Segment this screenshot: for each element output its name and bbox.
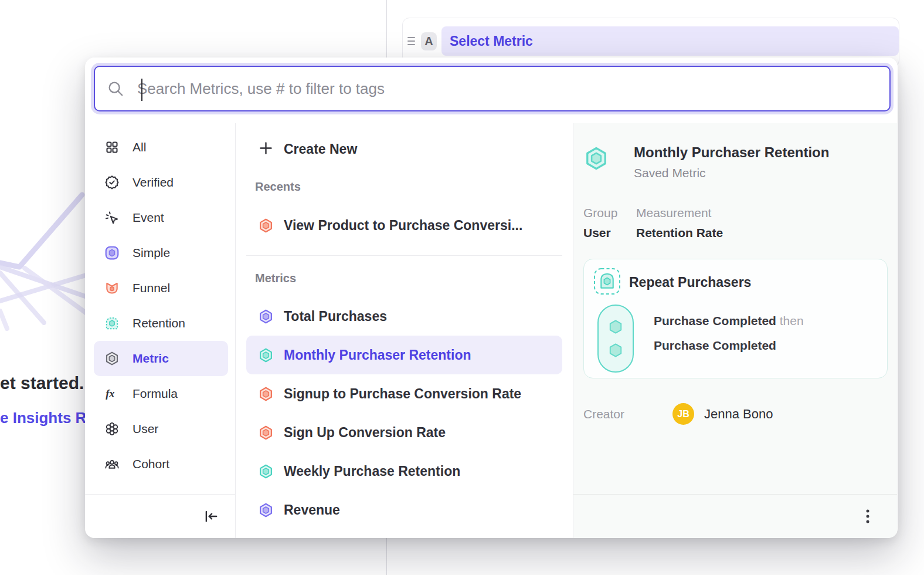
sidebar-item-retention[interactable]: Retention: [94, 306, 228, 341]
filter-sidebar: All Verified: [85, 123, 236, 538]
detail-subtitle: Saved Metric: [634, 166, 829, 180]
retention-arch-icon: [104, 316, 120, 331]
metric-item-weekly-purchase-retention[interactable]: Weekly Purchase Retention: [246, 452, 562, 491]
search-icon: [107, 80, 124, 97]
metric-picker-modal: All Verified: [85, 58, 898, 538]
group-value: User: [583, 226, 636, 240]
sidebar-item-label: Retention: [133, 316, 185, 330]
group-label: Group: [583, 206, 636, 220]
sidebar-item-event[interactable]: Event: [94, 200, 228, 235]
svg-text:fx: fx: [106, 388, 114, 400]
sidebar-item-simple[interactable]: Simple: [94, 235, 228, 270]
section-divider: [246, 255, 562, 256]
metric-item-label: Signup to Purchase Conversion Rate: [284, 386, 521, 402]
sidebar-item-user[interactable]: User: [94, 411, 228, 447]
sidebar-item-verified[interactable]: Verified: [94, 165, 228, 200]
metric-item-label: View Product to Purchase Conversi...: [284, 218, 522, 234]
search-input[interactable]: [137, 80, 878, 98]
sidebar-item-formula[interactable]: fx Formula: [94, 376, 228, 411]
coral-hexagon-icon: [258, 386, 274, 402]
teal-hexagon-icon: [258, 464, 274, 479]
measurement-label: Measurement: [636, 206, 888, 220]
sidebar-item-all[interactable]: All: [94, 130, 228, 165]
purple-hexagon-icon: [258, 502, 274, 518]
metric-item-label: Weekly Purchase Retention: [284, 464, 460, 479]
step-hexagon-icon: [607, 318, 624, 336]
detail-footer: [573, 494, 897, 538]
plus-icon: [258, 140, 274, 158]
metric-results-column: Create New Recents View Product to Purch…: [236, 123, 573, 538]
step-2-event: Purchase Completed: [654, 339, 776, 352]
step-hexagon-icon: [607, 341, 624, 359]
metric-hexagon-icon: [104, 351, 120, 366]
funnel-icon: [104, 280, 120, 296]
step-1-event: Purchase Completed: [654, 314, 776, 327]
metric-item-total-purchases[interactable]: Total Purchases: [246, 297, 562, 336]
sidebar-item-label: Simple: [133, 246, 170, 260]
teal-hexagon-icon: [258, 347, 274, 363]
create-new-button[interactable]: Create New: [246, 131, 562, 167]
screen: et started. e Insights Re A Select Metri…: [0, 0, 924, 575]
kebab-menu-button[interactable]: [861, 509, 875, 524]
sidebar-item-label: Cohort: [133, 457, 169, 471]
drag-handle-icon[interactable]: [407, 37, 415, 45]
sidebar-item-label: Funnel: [133, 281, 170, 295]
sidebar-item-label: Event: [133, 211, 164, 225]
get-started-text: et started.: [0, 373, 84, 393]
metrics-heading: Metrics: [255, 272, 573, 285]
metric-item-revenue[interactable]: Revenue: [246, 491, 562, 529]
select-metric-label: Select Metric: [450, 33, 533, 49]
sidebar-footer: [85, 494, 235, 538]
collapse-left-arrow-icon: [203, 509, 219, 524]
series-a-badge: A: [421, 32, 437, 50]
kebab-vertical-icon: [861, 509, 875, 524]
collapse-sidebar-button[interactable]: [203, 509, 219, 524]
cursor-click-icon: [104, 210, 120, 225]
text-cursor: [141, 79, 142, 101]
user-cluster-icon: [104, 421, 120, 437]
then-connector: then: [780, 314, 804, 327]
metric-definition-card: Repeat Purchasers: [583, 259, 888, 378]
measurement-value: Retention Rate: [636, 226, 888, 240]
sidebar-item-label: User: [133, 422, 158, 436]
select-metric-button[interactable]: Select Metric: [441, 26, 899, 56]
metric-item-monthly-purchaser-retention[interactable]: Monthly Purchaser Retention: [246, 336, 562, 374]
creator-avatar: JB: [672, 403, 694, 425]
detail-properties: Group Measurement User Retention Rate: [583, 206, 888, 240]
insights-report-link[interactable]: e Insights Re: [0, 409, 95, 427]
sidebar-item-funnel[interactable]: Funnel: [94, 270, 228, 306]
metric-item-label: Total Purchases: [284, 309, 387, 324]
search-box: [94, 66, 891, 111]
creator-row: Creator JB Jenna Bono: [583, 403, 888, 425]
detail-title: Monthly Purchaser Retention: [634, 144, 829, 161]
sidebar-item-label: All: [133, 140, 146, 154]
sidebar-item-label: Metric: [133, 351, 169, 366]
cohort-people-icon: [104, 456, 120, 472]
simple-hexagon-icon: [104, 245, 120, 261]
coral-hexagon-icon: [258, 218, 274, 234]
sidebar-item-label: Verified: [133, 175, 174, 190]
metric-item-label: Sign Up Conversion Rate: [284, 425, 446, 441]
create-new-label: Create New: [284, 141, 357, 157]
card-title: Repeat Purchasers: [629, 275, 751, 290]
retention-steps: Purchase Completed then Purchase Complet…: [654, 314, 804, 373]
metric-item-label: Monthly Purchaser Retention: [284, 347, 471, 363]
recents-heading: Recents: [255, 180, 573, 194]
formula-fx-icon: fx: [104, 386, 120, 401]
retention-steps-capsule: [597, 305, 634, 373]
metric-item-label: Revenue: [284, 502, 340, 518]
recent-metric-item[interactable]: View Product to Purchase Conversi...: [246, 208, 562, 243]
sidebar-item-label: Formula: [133, 387, 178, 401]
bookmarked-metric-icon: [593, 268, 621, 297]
metric-detail-panel: Monthly Purchaser Retention Saved Metric…: [573, 123, 897, 538]
saved-metric-icon: [583, 146, 609, 171]
sidebar-item-metric[interactable]: Metric: [94, 341, 228, 376]
metric-item-sign-up-conversion[interactable]: Sign Up Conversion Rate: [246, 413, 562, 452]
purple-hexagon-icon: [258, 309, 274, 324]
creator-label: Creator: [583, 407, 672, 421]
creator-name: Jenna Bono: [704, 407, 773, 422]
grid-icon: [104, 140, 120, 155]
sidebar-item-cohort[interactable]: Cohort: [94, 447, 228, 482]
metric-item-signup-to-purchase[interactable]: Signup to Purchase Conversion Rate: [246, 374, 562, 413]
verified-badge-icon: [104, 175, 120, 190]
